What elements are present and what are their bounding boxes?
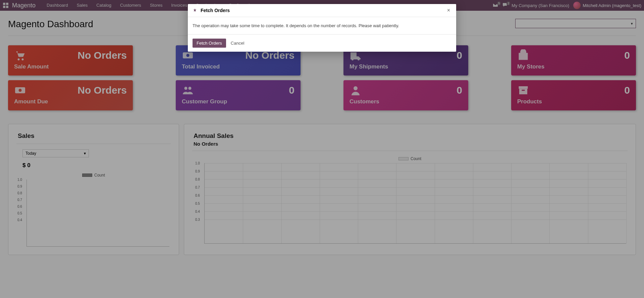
cancel-button[interactable]: Cancel <box>229 39 246 48</box>
fetch-orders-modal: Fetch Orders × The operation may take so… <box>188 4 456 52</box>
modal-overlay[interactable]: Fetch Orders × The operation may take so… <box>0 0 644 298</box>
fetch-orders-button[interactable]: Fetch Orders <box>193 39 226 48</box>
magento-icon <box>193 8 197 13</box>
close-icon[interactable]: × <box>446 7 451 13</box>
modal-body: The operation may take some time to comp… <box>188 17 456 34</box>
modal-title: Fetch Orders <box>201 8 446 13</box>
